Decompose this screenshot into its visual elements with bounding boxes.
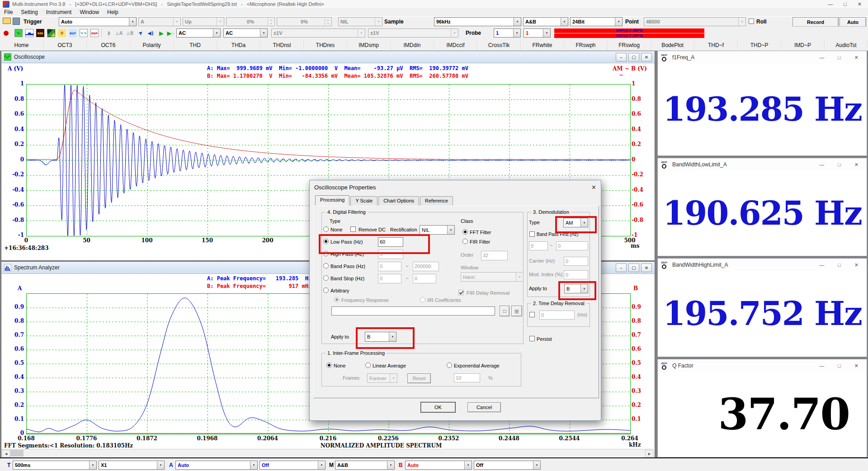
close-icon[interactable]: ✕ bbox=[641, 264, 652, 272]
run-icon[interactable]: ▶ bbox=[157, 29, 165, 37]
demod-bp-to-input[interactable]: 0 bbox=[556, 241, 588, 250]
tab-audiotst[interactable]: AudioTst bbox=[825, 40, 868, 51]
tab-imd~p[interactable]: IMD~P bbox=[781, 40, 825, 51]
horizontal-scrollbar[interactable]: ◄ ► bbox=[2, 449, 653, 457]
tab-thd~f[interactable]: THD~f bbox=[694, 40, 738, 51]
maximize-icon[interactable]: □ bbox=[838, 363, 841, 369]
record-button[interactable]: Record bbox=[793, 17, 839, 27]
fft-filter-radio[interactable] bbox=[462, 229, 468, 235]
ddp-titlebar[interactable]: DDP f1Freq_A —□✕ bbox=[658, 51, 867, 64]
tab-polarity[interactable]: Polarity bbox=[130, 40, 174, 51]
close-icon[interactable]: ✕ bbox=[854, 262, 859, 268]
band-stop-to-input[interactable]: 0 bbox=[413, 274, 436, 283]
probe-b-select[interactable]: 1▼ bbox=[524, 28, 551, 38]
tab-thd~p[interactable]: THD~P bbox=[738, 40, 781, 51]
band-pass-radio[interactable] bbox=[323, 263, 329, 268]
demod-bp-from-input[interactable]: 0 bbox=[529, 241, 548, 250]
ddp-viewer-icon[interactable]: DDP bbox=[90, 29, 99, 37]
linear-average-radio[interactable] bbox=[365, 363, 371, 368]
window-select[interactable]: Hann▼ bbox=[461, 272, 524, 282]
trigger-source-select[interactable]: A▼ bbox=[138, 17, 181, 26]
edit-table-icon[interactable]: ▦ bbox=[511, 306, 522, 316]
maximize-icon[interactable]: □ bbox=[838, 55, 841, 61]
minimize-icon[interactable]: — bbox=[819, 262, 824, 268]
time-delay-input[interactable]: 0 bbox=[539, 311, 575, 320]
exponential-average-radio[interactable] bbox=[447, 363, 452, 368]
close-icon[interactable]: ✕ bbox=[854, 55, 859, 61]
scroll-right-icon[interactable]: ► bbox=[645, 450, 654, 457]
ddp-titlebar[interactable]: DDP BandWidthLowLimit_A —□✕ bbox=[658, 158, 867, 171]
channels-select[interactable]: A&B▼ bbox=[335, 461, 395, 470]
save-icon[interactable] bbox=[13, 18, 20, 25]
b-trigger-select[interactable]: Off▼ bbox=[474, 461, 541, 470]
mod-index-input[interactable]: 0 bbox=[564, 270, 588, 279]
signal-generator-icon[interactable]: ∿∿ bbox=[80, 29, 88, 37]
ddp-titlebar[interactable]: DDP Q Factor —□✕ bbox=[658, 359, 867, 372]
menu-item-window[interactable]: Window bbox=[75, 9, 103, 15]
percent-input[interactable]: 10 bbox=[454, 373, 480, 382]
minimize-icon[interactable]: — bbox=[819, 55, 824, 61]
input-device-icon[interactable]: ➤ bbox=[135, 27, 146, 38]
trigger-edge-select[interactable]: Up▼ bbox=[183, 17, 224, 26]
band-pass-first-checkbox[interactable] bbox=[529, 231, 535, 237]
b-range-select[interactable]: Auto▼ bbox=[405, 461, 472, 470]
bit-depth-select[interactable]: 24Bit▼ bbox=[570, 17, 623, 26]
tab-imdsmp[interactable]: IMDsmp bbox=[347, 40, 391, 51]
tab-imddin[interactable]: IMDdin bbox=[391, 40, 434, 51]
restore-icon[interactable]: ▢ bbox=[628, 53, 639, 61]
iir-coefficients-radio[interactable] bbox=[420, 297, 425, 302]
band-pass-to-input[interactable]: 200000 bbox=[413, 262, 439, 271]
roll-checkbox[interactable] bbox=[749, 19, 754, 24]
minimize-button[interactable]: — bbox=[828, 1, 833, 7]
menu-item-file[interactable]: File bbox=[0, 9, 17, 15]
oscilloscope-titlebar[interactable]: Oscilloscope – ▢ ✕ bbox=[1, 51, 655, 63]
restore-icon[interactable]: ▢ bbox=[628, 264, 639, 272]
probe-a-select[interactable]: 1▼ bbox=[494, 28, 521, 38]
tab-oct6[interactable]: OCT6 bbox=[87, 40, 130, 51]
maximize-icon[interactable]: □ bbox=[838, 262, 841, 268]
fir-filter-radio[interactable] bbox=[462, 239, 468, 244]
auto-button[interactable]: Auto bbox=[840, 17, 866, 27]
close-icon[interactable]: ✕ bbox=[641, 53, 652, 61]
a-range-select[interactable]: Auto▼ bbox=[175, 461, 258, 470]
scrollbar-thumb[interactable] bbox=[10, 450, 24, 457]
range-a-select[interactable]: ±1V▼ bbox=[271, 28, 365, 38]
offset-b-icon[interactable]: ⊥B bbox=[126, 29, 134, 37]
band-stop-from-input[interactable]: 0 bbox=[378, 274, 401, 283]
coupling-a-select[interactable]: AC▼ bbox=[176, 28, 221, 38]
tab-thdnsl[interactable]: THDnsl bbox=[260, 40, 304, 51]
rectification-select[interactable]: NIL▼ bbox=[420, 225, 455, 235]
tab-thd[interactable]: THD bbox=[174, 40, 217, 51]
cancel-button[interactable]: Cancel bbox=[467, 402, 501, 412]
arbitrary-file-input[interactable] bbox=[331, 306, 495, 316]
ifp-none-radio[interactable] bbox=[326, 363, 332, 368]
arbitrary-radio[interactable] bbox=[323, 287, 329, 293]
spectrum-3d-plot-icon[interactable] bbox=[47, 29, 55, 37]
tab-imdccif[interactable]: IMDccif bbox=[434, 40, 477, 51]
fir-delay-checkbox[interactable] bbox=[458, 290, 464, 295]
open-file-icon[interactable] bbox=[3, 18, 11, 24]
data-logger-icon[interactable]: ≋ bbox=[58, 29, 66, 37]
device-test-plan-icon[interactable]: DUT bbox=[69, 29, 77, 37]
maximize-button[interactable]: □ bbox=[844, 1, 847, 7]
ok-button[interactable]: OK bbox=[421, 402, 455, 412]
time-delay-checkbox[interactable] bbox=[529, 312, 535, 317]
remove-dc-checkbox[interactable] bbox=[350, 226, 356, 232]
run-auto-icon[interactable]: ▶○ bbox=[166, 29, 175, 37]
a-trigger-select[interactable]: Off▼ bbox=[259, 461, 326, 470]
tab-thda[interactable]: THDa bbox=[217, 40, 260, 51]
menu-item-instrument[interactable]: Instrument bbox=[42, 9, 76, 15]
alarm-icon[interactable]: ◗ bbox=[105, 29, 113, 37]
frequency-response-radio[interactable] bbox=[334, 297, 340, 302]
menu-item-setting[interactable]: Setting bbox=[17, 9, 42, 15]
tab-bodeplot[interactable]: BodePlot bbox=[651, 40, 694, 51]
trigger-level-stepper[interactable]: 0%▲▼ bbox=[226, 17, 275, 26]
close-button[interactable]: ✕ bbox=[858, 1, 862, 7]
zoom-select[interactable]: X1▼ bbox=[99, 461, 165, 470]
filter-none-radio[interactable] bbox=[323, 226, 329, 232]
browse-file-icon[interactable]: 🗀 bbox=[500, 306, 509, 316]
multimeter-icon[interactable]: 888 bbox=[36, 29, 44, 37]
tab-frswph[interactable]: FRswph bbox=[564, 40, 608, 51]
band-stop-radio[interactable] bbox=[323, 275, 329, 281]
output-device-icon[interactable]: ◀) bbox=[146, 29, 155, 37]
